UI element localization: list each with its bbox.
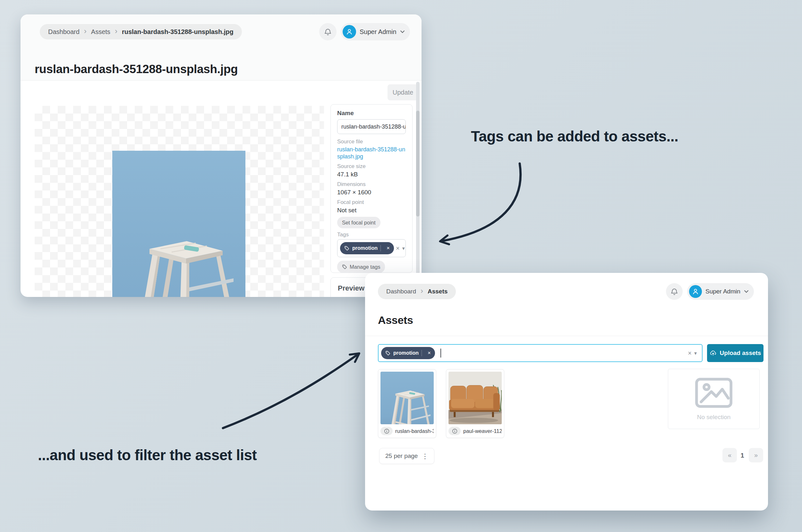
pagination-next-button[interactable]: »: [749, 448, 763, 462]
stool-photo-thumb: [380, 372, 434, 424]
dimensions-label: Dimensions: [337, 181, 406, 188]
couch-photo-thumb: [448, 372, 502, 424]
no-selection-panel: No selection: [668, 369, 760, 429]
stool-photo: [112, 151, 245, 297]
manage-tags-button[interactable]: Manage tags: [337, 261, 385, 273]
bell-icon: [670, 287, 678, 296]
chip-divider: [422, 350, 422, 356]
annotation-tags-note: Tags can be added to assets...: [471, 128, 678, 145]
info-icon: [452, 429, 458, 434]
per-page-label: 25 per page: [385, 453, 418, 459]
pagination-current-page[interactable]: 1: [738, 452, 746, 459]
chevron-right-icon: ›: [84, 27, 87, 35]
filter-tag-label: promotion: [393, 350, 418, 356]
clear-filter-icon[interactable]: ×: [686, 349, 694, 357]
source-size-label: Source size: [337, 163, 406, 170]
asset-card[interactable]: ruslan-bardash-35: [378, 369, 436, 438]
asset-filename: paul-weaver-1120: [463, 428, 502, 434]
chevron-right-icon: ›: [115, 27, 117, 35]
per-page-button[interactable]: 25 per page ⋮: [379, 448, 434, 464]
chip-divider: [380, 245, 381, 251]
asset-info-button[interactable]: [448, 427, 461, 435]
avatar: [342, 25, 356, 38]
text-cursor: [441, 348, 441, 358]
upload-assets-button[interactable]: Upload assets: [707, 344, 764, 362]
asset-thumbnail: [380, 372, 434, 424]
source-file-label: Source file: [337, 138, 406, 145]
tag-icon: [342, 264, 347, 269]
clear-tags-icon[interactable]: ×: [394, 245, 402, 252]
person-icon: [345, 27, 354, 36]
kebab-menu-icon[interactable]: ⋮: [422, 453, 428, 459]
no-selection-label: No selection: [697, 414, 731, 421]
user-menu[interactable]: Super Admin: [341, 23, 410, 40]
arrow-to-tags-field: [441, 164, 521, 241]
name-input[interactable]: ruslan-bardash-351288-ur: [337, 119, 406, 134]
select-caret-icon[interactable]: ▾: [694, 350, 697, 356]
person-icon: [691, 287, 700, 296]
assets-list-window: Dashboard › Assets Super Admin Assets: [365, 273, 768, 511]
tag-icon: [344, 246, 349, 251]
page-title: Assets: [378, 314, 413, 326]
divider: [365, 336, 768, 336]
breadcrumb-item-assets[interactable]: Assets: [91, 28, 110, 36]
focal-point-label: Focal point: [337, 199, 406, 206]
image-placeholder-icon: [694, 377, 733, 408]
tag-filter-input[interactable]: promotion × × ▾: [378, 344, 703, 362]
tag-chip[interactable]: promotion ×: [340, 242, 394, 254]
dimensions-value: 1067 × 1600: [337, 189, 406, 196]
focal-point-value: Not set: [337, 207, 406, 214]
chevron-down-icon: [400, 30, 405, 33]
arrow-to-filter-input: [223, 354, 358, 428]
asset-detail-window: Dashboard › Assets › ruslan-bardash-3512…: [20, 15, 422, 297]
manage-tags-label: Manage tags: [350, 264, 380, 270]
page-title: ruslan-bardash-351288-unsplash.jpg: [35, 62, 238, 76]
screenshot-stage: Dashboard › Assets › ruslan-bardash-3512…: [0, 0, 802, 532]
notifications-button[interactable]: [319, 23, 337, 40]
breadcrumb-item-dashboard[interactable]: Dashboard: [48, 28, 79, 36]
filter-tag-chip[interactable]: promotion ×: [381, 347, 435, 359]
scrollbar-thumb[interactable]: [416, 111, 419, 216]
avatar: [689, 285, 702, 298]
breadcrumb: Dashboard › Assets › ruslan-bardash-3512…: [40, 24, 242, 39]
asset-filename: ruslan-bardash-35: [395, 428, 434, 434]
asset-meta-panel: Name ruslan-bardash-351288-ur Source fil…: [331, 104, 413, 273]
asset-thumbnail: [448, 372, 502, 424]
breadcrumb: Dashboard › Assets: [378, 284, 456, 299]
upload-assets-label: Upload assets: [720, 349, 761, 357]
breadcrumb-item-current: ruslan-bardash-351288-unsplash.jpg: [122, 28, 234, 36]
notifications-button[interactable]: [666, 283, 683, 300]
remove-tag-icon[interactable]: ×: [384, 245, 393, 251]
user-name: Super Admin: [360, 28, 396, 36]
tag-icon: [385, 350, 390, 356]
update-button[interactable]: Update: [388, 84, 418, 100]
user-name: Super Admin: [705, 288, 741, 295]
select-caret-icon[interactable]: ▾: [402, 245, 405, 251]
remove-tag-icon[interactable]: ×: [425, 350, 434, 356]
set-focal-point-button[interactable]: Set focal point: [337, 217, 380, 228]
pagination-prev-button[interactable]: «: [723, 448, 737, 462]
tag-chip-label: promotion: [352, 245, 378, 251]
asset-card[interactable]: paul-weaver-1120: [446, 369, 504, 438]
source-size-value: 47.1 kB: [337, 171, 406, 178]
annotation-filter-note: ...and used to filter the asset list: [38, 446, 257, 464]
asset-info-button[interactable]: [380, 427, 393, 435]
source-file-link[interactable]: ruslan-bardash-351288-unsplash.jpg: [337, 146, 406, 160]
preview-heading: Preview: [338, 284, 365, 292]
info-icon: [384, 429, 389, 434]
image-preview-panel: [35, 106, 324, 297]
chevron-down-icon: [744, 290, 749, 293]
name-label: Name: [337, 110, 406, 117]
breadcrumb-item-dashboard[interactable]: Dashboard: [386, 288, 416, 295]
user-menu[interactable]: Super Admin: [687, 283, 754, 300]
chevron-right-icon: ›: [421, 287, 423, 295]
bell-icon: [324, 27, 332, 36]
tags-label: Tags: [337, 231, 406, 238]
breadcrumb-item-current: Assets: [428, 288, 448, 295]
tags-select[interactable]: promotion × × ▾: [337, 239, 406, 257]
upload-cloud-icon: [710, 349, 717, 357]
